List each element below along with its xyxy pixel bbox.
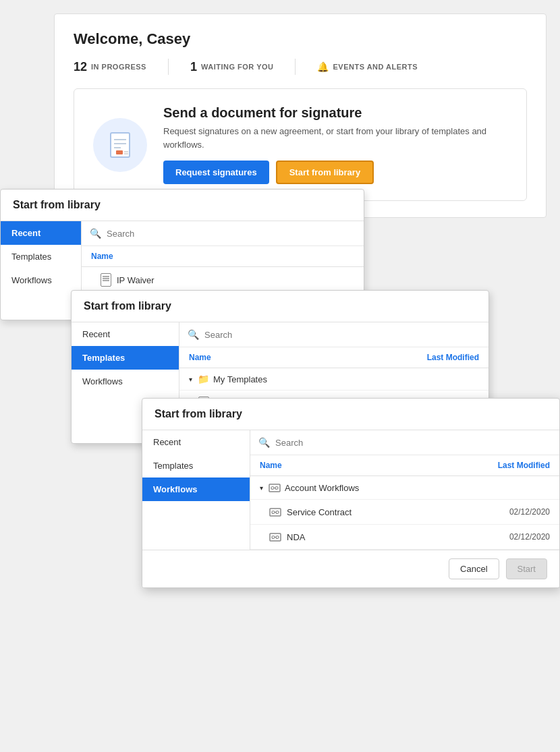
recent-col-name: Name (91, 252, 113, 261)
request-signatures-button[interactable]: Request signatures (163, 161, 269, 184)
sidebar-item-workflows[interactable]: Workflows (1, 268, 81, 292)
panel-workflows-content: 🔍 Name Last Modified ▾ Account Workflows (250, 430, 559, 550)
workflows-col-modified: Last Modified (498, 461, 550, 470)
panel-workflows-sidebar: Recent Templates Workflows (142, 430, 250, 550)
svg-point-16 (272, 536, 275, 539)
send-doc-desc: Request signatures on a new agreement, o… (163, 125, 507, 151)
stat-inprogress-label: IN PROGRESS (91, 63, 146, 71)
panel-recent-sidebar: Recent Templates Workflows (1, 221, 82, 320)
templates-folder-row[interactable]: ▾ 📁 My Templates (179, 368, 488, 391)
welcome-title: Welcome, Casey (74, 30, 527, 48)
workflows-search-input[interactable] (275, 438, 551, 448)
document-svg (104, 129, 136, 161)
recent-table-header: Name (82, 246, 364, 267)
start-button[interactable]: Start (506, 558, 547, 579)
workflows-item-label-1: Service Contract (287, 507, 352, 517)
doc-name-1: IP Waiver (117, 275, 155, 285)
stat-alerts: 🔔 EVENTS AND ALERTS (317, 61, 418, 72)
send-doc-buttons: Request signatures Start from library ☞ (163, 161, 507, 184)
search-icon: 🔍 (90, 228, 101, 239)
bell-icon: 🔔 (317, 61, 329, 72)
sidebar-item-templates[interactable]: Templates (1, 245, 81, 268)
svg-point-9 (275, 487, 278, 490)
workflows-date-2: 02/12/2020 (509, 532, 550, 542)
sidebar-item-recent-3[interactable]: Recent (142, 430, 250, 454)
templates-search-row: 🔍 (179, 322, 488, 347)
sidebar-item-workflows-2[interactable]: Workflows (72, 370, 179, 393)
panel-templates-title: Start from library (72, 291, 488, 322)
send-doc-title: Send a document for signature (163, 105, 507, 121)
templates-search-input[interactable] (204, 330, 480, 340)
workflows-doc-name-2: NDA (269, 531, 305, 543)
recent-search-row: 🔍 (82, 221, 364, 246)
start-from-library-button[interactable]: Start from library ☞ (276, 161, 374, 184)
templates-table-header: Name Last Modified (179, 347, 488, 368)
workflows-date-1: 02/12/2020 (509, 507, 550, 517)
cancel-button[interactable]: Cancel (449, 558, 499, 579)
workflows-item-label-2: NDA (287, 532, 305, 542)
svg-point-13 (276, 511, 279, 514)
panel-workflows-body: Recent Templates Workflows 🔍 Name Last M… (142, 430, 559, 550)
svg-point-12 (272, 511, 275, 514)
workflows-col-name: Name (260, 461, 282, 470)
panel-workflows: Start from library Recent Templates Work… (142, 398, 560, 588)
search-icon-2: 🔍 (188, 329, 199, 340)
stat-in-progress: 12 IN PROGRESS (74, 60, 146, 74)
sidebar-item-templates-2[interactable]: Templates (72, 346, 179, 370)
svg-rect-4 (116, 150, 123, 154)
stat-divider-1 (168, 59, 169, 75)
panel-recent-title: Start from library (1, 190, 364, 221)
stat-inprogress-number: 12 (74, 60, 87, 74)
workflows-doc-name-1: Service Contract (269, 506, 352, 518)
panel-workflows-title: Start from library (142, 399, 559, 430)
stats-bar: 12 IN PROGRESS 1 WAITING FOR YOU 🔔 EVENT… (74, 59, 527, 75)
panel-workflows-footer: Cancel Start (142, 550, 559, 587)
stat-waiting: 1 WAITING FOR YOU (190, 60, 274, 74)
templates-col-modified: Last Modified (427, 353, 479, 362)
workflow-icon-2 (269, 531, 281, 543)
dashboard: Welcome, Casey 12 IN PROGRESS 1 WAITING … (54, 13, 547, 218)
workflows-item-2[interactable]: NDA 02/12/2020 (250, 525, 559, 550)
workflow-folder-icon (269, 482, 281, 494)
sidebar-item-recent-2[interactable]: Recent (72, 322, 179, 346)
sidebar-item-workflows-3[interactable]: Workflows (142, 478, 250, 501)
chevron-icon: ▾ (189, 376, 192, 383)
workflows-search-row: 🔍 (250, 430, 559, 455)
doc-illustration (93, 118, 147, 172)
doc-row-name-1: IP Waiver (101, 273, 155, 287)
send-doc-card: Send a document for signature Request si… (74, 88, 527, 201)
sidebar-item-templates-3[interactable]: Templates (142, 454, 250, 478)
stat-waiting-number: 1 (190, 60, 197, 74)
stat-divider-2 (295, 59, 296, 75)
stat-alerts-label: EVENTS AND ALERTS (333, 63, 418, 71)
workflows-table-header: Name Last Modified (250, 455, 559, 476)
workflow-icon-1 (269, 506, 281, 518)
templates-col-name: Name (189, 353, 211, 362)
folder-icon: 📁 (198, 374, 209, 384)
recent-search-input[interactable] (107, 229, 356, 239)
doc-icon-1 (101, 273, 111, 287)
workflows-folder-name: Account Workflows (285, 483, 359, 493)
svg-point-17 (276, 536, 279, 539)
svg-point-8 (271, 487, 274, 490)
chevron-icon-2: ▾ (260, 484, 263, 492)
workflows-item-1[interactable]: Service Contract 02/12/2020 (250, 500, 559, 525)
sidebar-item-recent[interactable]: Recent (1, 221, 81, 245)
send-doc-content: Send a document for signature Request si… (163, 105, 507, 184)
stat-waiting-label: WAITING FOR YOU (201, 63, 274, 71)
search-icon-3: 🔍 (258, 437, 270, 448)
workflows-folder-row[interactable]: ▾ Account Workflows (250, 476, 559, 500)
folder-name: My Templates (213, 374, 267, 384)
